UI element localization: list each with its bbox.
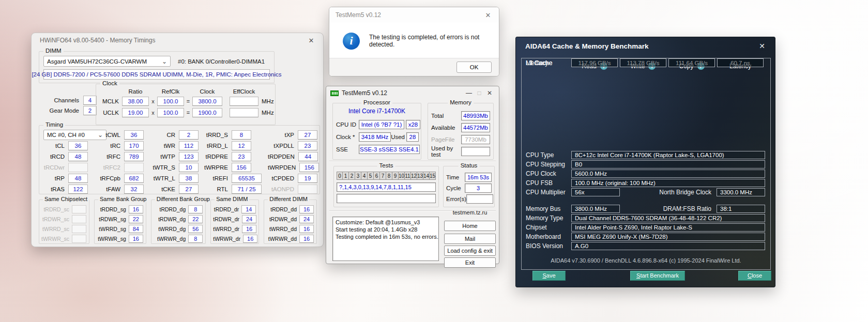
close-icon[interactable]: ✕ [484,89,495,97]
exit-button[interactable]: Exit [444,257,496,268]
clock-value: 3418 MHz [359,132,391,142]
channel-info: Channels 4 Gear Mode 2 [40,95,97,116]
timing-cell: tRDPDEN 44 [268,151,323,161]
test-cell[interactable]: 10 [399,172,405,180]
timing-label: tAONPD [268,186,298,192]
test-sequence-extra [337,194,436,203]
turnaround-row: tRDWR_dr 24 [213,214,256,224]
test-cell[interactable]: 8 [386,172,392,180]
timing-cell: tXPDLL 23 [268,141,323,150]
load-config-exit-button[interactable]: Load config & exit [444,246,496,256]
dialog-titlebar[interactable]: TestMem5 v0.12 ✕ [329,7,499,23]
turnaround-row: tWRRD_dd 16 [266,224,314,234]
hwinfo-title: HWiNFO64 v8.00-5400 - Memory Timings [40,37,306,44]
home-button[interactable]: Home [444,221,496,231]
timing-cell: tRP 48 [41,173,93,183]
clock-header: Clock [192,88,222,95]
test-cell[interactable]: 2 [349,172,355,180]
close-icon[interactable]: ✕ [306,37,317,44]
aida64-window: AIDA64 Cache & Memory Benchmark ✕ Read i… [515,37,775,287]
ram-icon [330,90,339,96]
timing-label: tRFC [94,154,124,160]
used-label: Used [391,134,406,140]
info-label: CPU Multiplier [526,189,571,196]
ok-button[interactable]: OK [456,62,492,73]
info-value: 100.0 MHz (original: 100 MHz) [571,179,765,187]
gear-mode-label: Gear Mode [40,108,83,114]
timing-label: tCL [41,143,68,149]
test-cell[interactable]: 14 [423,172,430,180]
log-output: Customize: Default @1usmus_v3Start testi… [332,217,439,261]
dialog-title: TestMem5 v0.12 [336,11,482,19]
save-button[interactable]: Save [532,271,566,281]
close-button[interactable]: Close [738,271,771,281]
aida64-title: AIDA64 Cache & Memory Benchmark [525,42,756,50]
timing-label: tRFCpb [94,175,124,181]
test-cell[interactable]: 13 [417,172,423,180]
close-icon[interactable]: ✕ [482,11,494,19]
test-cell[interactable]: 15 [430,172,436,180]
log-line: Testing completed in 16m 53s, no errors. [336,233,436,240]
refclk-value: 100.0 [157,97,184,106]
start-benchmark-button[interactable]: Start Benchmark [630,271,685,281]
hwinfo-window: HWiNFO64 v8.00-5400 - Memory Timings ✕ D… [31,33,324,247]
aida64-titlebar[interactable]: AIDA64 Cache & Memory Benchmark ✕ [516,37,775,55]
dimm-group: DIMM Asgard VAM5UH72C36CG-CVARWM ⌄ #0: B… [39,51,275,83]
test-cell[interactable]: 7 [380,172,386,180]
turnaround-row: tWRRD_sg 84 [97,224,143,234]
info-label: CPU Stepping [526,161,571,168]
timing-cell: tCKE 27 [149,184,201,194]
turnaround-row: tWRWR_dr 16 [213,234,256,243]
info-icon: i [343,33,360,50]
read-value [571,58,618,67]
status-row: Time 16m 53s [446,172,492,182]
test-cell[interactable]: 12 [411,172,417,180]
timing-label: tRCD [41,154,68,160]
timing-label: tCPDED [268,175,298,181]
dimm-select[interactable]: Asgard VAM5UH72C36CG-CVARWM ⌄ [43,56,171,67]
hwinfo-titlebar[interactable]: HWiNFO64 v8.00-5400 - Memory Timings ✕ [32,33,323,48]
test-cell[interactable]: 1 [343,172,349,180]
memory-row: Available 44572Mb [431,121,490,133]
mail-button[interactable]: Mail [444,234,496,244]
turnaround-row: tWRRD_sc [41,224,86,234]
test-cell[interactable]: 5 [368,172,374,180]
timing-label: tRDPDEN [268,154,298,160]
info-label-2: North Bridge Clock [620,189,717,196]
test-cell[interactable]: 6 [374,172,380,180]
timing-value: 156 [232,163,251,172]
timing-value: 156 [299,163,319,172]
minimize-icon[interactable]: — [464,89,474,97]
timing-label: tWTR_L [149,175,179,181]
timing-cell: tWRPDEN 156 [268,162,323,172]
info-label: Memory Type [526,214,571,222]
dimm-slot-label: #0: BANK 0/Controller0-DIMMA1 [178,58,265,65]
test-cell[interactable]: 4 [361,172,368,180]
test-cell[interactable]: 3 [355,172,361,180]
ratio-header: Ratio [122,88,149,95]
timing-cell: tRRD_S 8 [202,130,267,140]
turnaround-row: tRDWR_sg 22 [97,214,143,224]
latency-value [717,58,764,67]
info-value: 8C+12c Intel Core i7-14700K (Raptor Lake… [571,151,765,159]
info-label: CPU FSB [526,179,571,187]
turnaround-row: tWRWR_sg 16 [97,234,143,243]
test-cell[interactable]: 0 [337,172,343,180]
turnaround-row: tWRWR_dg 8 [154,234,203,243]
refclk-value: 100.0 [157,108,184,117]
test-cell[interactable]: 9 [392,172,399,180]
timing-cell: tRFCpb 682 [94,173,148,183]
timing-value: 123 [179,152,199,161]
close-icon[interactable]: ✕ [756,42,768,50]
timing-label: tRP [41,175,68,181]
used-value: 28 [406,132,419,142]
test-cell[interactable]: 11 [405,172,411,180]
cpu-id-mult: x28 [406,120,420,129]
turnaround-row: tWRWR_sc [41,234,86,243]
timing-label: tXP [268,132,298,138]
testmem5-titlebar[interactable]: TestMem5 v0.12 — □ ✕ [326,86,499,100]
turnaround-row: tRDWR_dd 24 [266,214,314,224]
aida64-content: Read i Write i Copy i Latency i [521,58,771,270]
info-value-2: 38:1 [717,205,765,213]
clock-row: UCLK 19.00 x 100.0 = 1900.0 MHz [99,107,272,118]
